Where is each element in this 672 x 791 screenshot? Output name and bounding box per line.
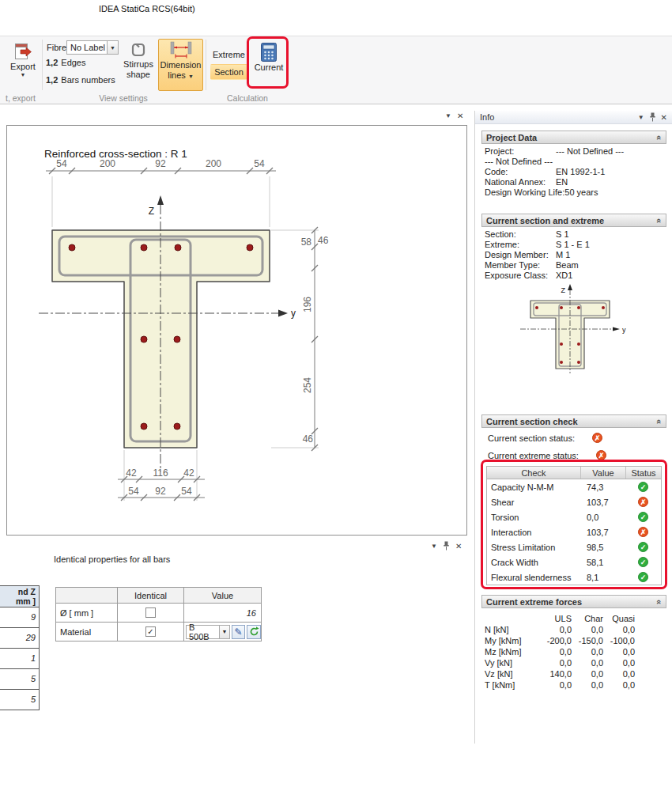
group-separator — [206, 40, 206, 90]
dim-label: 54 — [128, 486, 139, 497]
force-label: Vz [kN] — [485, 669, 540, 679]
drawing-canvas[interactable]: Reinforced cross-section : R 1 54 200 — [6, 125, 467, 536]
check-name: Shear — [487, 494, 580, 509]
collapse-chevron-icon: « — [655, 599, 664, 604]
info-panel-title: Info — [480, 112, 494, 122]
table-row[interactable]: Crack Width 58,1 — [487, 554, 661, 570]
dim-label: 54 — [56, 158, 67, 169]
chevron-down-icon[interactable]: ▼ — [107, 41, 118, 54]
dimension-lines-button[interactable]: Dimension lines ▼ — [158, 39, 203, 91]
export-label: Export — [10, 62, 36, 72]
refresh-material-button[interactable] — [247, 625, 261, 639]
fibre-combobox-value: No Label — [67, 41, 107, 54]
field-label: Design Working Life: — [485, 187, 564, 197]
force-value: 0,0 — [603, 625, 635, 634]
stirrups-shape-button[interactable]: Stirrups shape — [120, 40, 157, 90]
dim-label: 42 — [183, 467, 194, 479]
diameter-value[interactable]: 16 — [184, 608, 261, 618]
edit-material-button[interactable]: ✎ — [232, 625, 246, 639]
table-row[interactable]: Flexural slenderness 8,1 — [487, 570, 661, 585]
group-label-calculation: Calculation — [206, 93, 289, 103]
chevron-down-icon[interactable]: ▼ — [219, 626, 229, 638]
bars-numbers-toggle[interactable]: 1,2 Bars numbers — [46, 75, 115, 85]
check-value: 58,1 — [580, 554, 625, 570]
table-row[interactable]: Shear 103,7 — [487, 494, 661, 509]
section-title: Current section check — [486, 417, 578, 426]
project-data-block: Project:--- Not Defined --- --- Not Defi… — [485, 146, 668, 197]
section-header-section-check[interactable]: Current section check « — [481, 414, 666, 428]
close-panel-icon[interactable]: ✕ — [455, 542, 462, 551]
extreme-label: Extreme — [213, 50, 245, 59]
header-check: Check — [487, 467, 580, 479]
edges-numbers-icon: 1,2 — [46, 58, 58, 67]
dim-label: 200 — [100, 158, 115, 169]
bar-properties-table: Identical Value Ø [ mm ] 16 Material B 5… — [55, 587, 262, 642]
bars-numbers-icon: 1,2 — [46, 75, 58, 85]
diameter-row-label: Ø [ mm ] — [56, 604, 118, 623]
section-button[interactable]: Section — [210, 64, 247, 80]
material-identical-checkbox[interactable] — [145, 626, 156, 637]
dim-label: 54 — [181, 486, 192, 497]
field-label: Member Type: — [485, 260, 556, 270]
menu-icon[interactable]: ▼ — [638, 114, 644, 121]
grid-cell: 5 — [0, 669, 40, 690]
table-row[interactable]: Torsion 0,0 — [487, 509, 661, 524]
force-value: 0,0 — [540, 658, 572, 668]
header-value: Value — [184, 588, 262, 604]
header-empty — [56, 588, 118, 604]
pin-icon[interactable] — [649, 112, 656, 122]
table-row[interactable]: Interaction 103,7 — [487, 524, 661, 539]
table-row[interactable]: Stress Limitation 98,5 — [487, 539, 661, 554]
dimension-lines-label: Dimension lines — [160, 60, 202, 80]
drawing-panel-controls: ▼ ✕ — [445, 112, 463, 120]
current-label: Current — [255, 62, 284, 73]
table-row: T [kNm] 0,0 0,0 0,0 — [485, 679, 668, 691]
z-axis-label: Z — [561, 286, 566, 294]
force-value: 0,0 — [540, 680, 572, 690]
table-row[interactable]: Capacity N-M-M 74,3 — [487, 479, 661, 494]
section-header-extreme-forces[interactable]: Current extreme forces « — [481, 595, 666, 608]
dim-label: 200 — [206, 158, 221, 169]
diame​ter-identical-checkbox[interactable] — [145, 607, 156, 618]
field-value: S 1 - E 1 — [556, 240, 590, 249]
section-header-project-data[interactable]: Project Data « — [481, 131, 666, 144]
check-value: 98,5 — [580, 539, 625, 554]
section-header-current-section[interactable]: Current section and extreme « — [481, 214, 666, 227]
info-panel-header: Info ▼ ✕ — [475, 111, 672, 124]
current-button[interactable]: Current — [250, 41, 288, 87]
collapse-panel-icon[interactable]: ▼ — [445, 112, 451, 119]
header-identical: Identical — [118, 588, 184, 604]
force-value: 0,0 — [540, 625, 572, 634]
header-status: Status — [625, 467, 661, 479]
menu-icon[interactable]: ▼ — [431, 543, 437, 550]
info-panel: Info ▼ ✕ Project Data « Project:--- Not … — [474, 111, 672, 744]
check-name: Flexural slenderness — [487, 570, 580, 585]
check-name: Torsion — [487, 509, 580, 524]
right-dimension: 58 46 196 254 46 — [301, 227, 329, 451]
field-label: Project: — [485, 146, 556, 156]
group-label-view-settings: View settings — [41, 93, 206, 103]
pin-icon[interactable] — [443, 541, 450, 551]
fibre-combobox[interactable]: No Label ▼ — [66, 40, 119, 55]
extreme-button[interactable]: Extreme — [210, 47, 247, 62]
export-button[interactable]: Export ▼ — [5, 40, 41, 89]
current-section-block: Section:S 1 Extreme:S 1 - E 1 Design Mem… — [485, 229, 668, 280]
chevron-down-icon: ▼ — [188, 74, 194, 79]
edges-toggle[interactable]: 1,2 Edges — [46, 58, 86, 67]
force-value: 0,0 — [572, 680, 603, 690]
material-combobox[interactable]: B 500B ▼ — [186, 625, 230, 639]
material-combobox-value: B 500B — [187, 626, 219, 638]
grid-cell: 9 — [0, 607, 40, 628]
dim-label: 254 — [302, 377, 313, 393]
close-panel-icon[interactable]: ✕ — [457, 112, 463, 120]
table-row: My [kNm] -200,0 -150,0 -100,0 — [485, 635, 668, 646]
edges-label: Edges — [61, 58, 85, 67]
force-value: 0,0 — [603, 658, 635, 668]
force-value: 0,0 — [603, 669, 635, 679]
force-value: 0,0 — [572, 647, 603, 657]
check-value: 103,7 — [580, 524, 625, 539]
extreme-forces-table: ULS Char Quasi N [kN] 0,0 0,0 0,0 My [kN… — [485, 613, 668, 691]
header-char: Char — [572, 614, 603, 623]
cross-section-drawing: Reinforced cross-section : R 1 54 200 — [7, 126, 466, 535]
close-panel-icon[interactable]: ✕ — [661, 113, 667, 122]
